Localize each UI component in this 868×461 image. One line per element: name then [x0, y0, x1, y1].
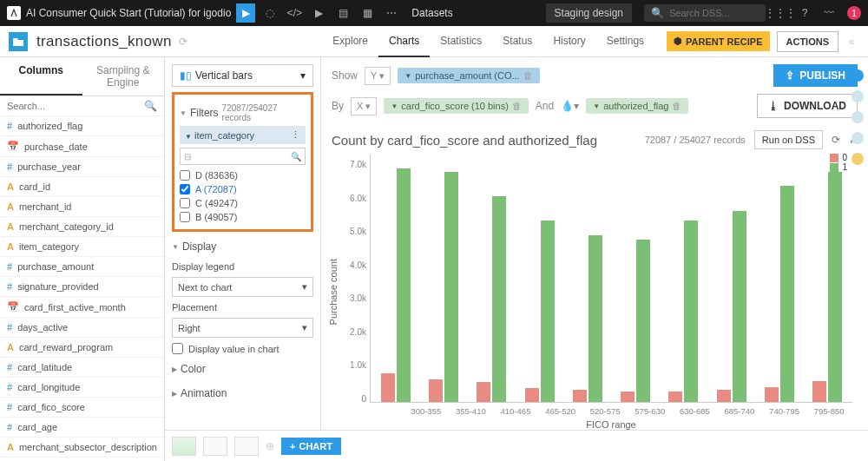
filter-option[interactable]: B (49057) — [180, 210, 306, 224]
filter-option[interactable]: D (83636) — [180, 168, 306, 182]
chevron-down-icon: ▾ — [300, 69, 306, 82]
x-pill[interactable]: ▼card_fico_score (10 bins)🗑 — [384, 98, 528, 114]
chart-thumb-1[interactable] — [172, 437, 196, 456]
bar-group — [710, 160, 753, 402]
stack-icon[interactable]: ▤ — [333, 3, 352, 23]
column-days_active[interactable]: # days_active — [0, 318, 164, 338]
more-icon[interactable]: ⋯ — [382, 3, 401, 23]
x-axis-slot[interactable]: X ▾ — [351, 97, 377, 115]
parent-recipe-button[interactable]: ⬢ PARENT RECIPE — [667, 31, 769, 51]
global-search[interactable]: 🔍 — [644, 4, 766, 22]
collapse-icon[interactable]: ▼ — [180, 109, 187, 117]
column-purchase_year[interactable]: # purchase_year — [0, 157, 164, 177]
run-on-dss[interactable]: Run on DSS — [754, 130, 823, 149]
chart-thumb-3[interactable] — [234, 437, 259, 456]
search-icon: 🔍 — [651, 7, 664, 19]
column-purchase_date[interactable]: 📅 purchase_date — [0, 136, 164, 157]
column-card_longitude[interactable]: # card_longitude — [0, 378, 164, 398]
code-icon[interactable]: </> — [285, 3, 304, 23]
add-thumb-icon[interactable]: ⊕ — [266, 440, 274, 452]
collapse-right-icon[interactable]: « — [844, 36, 859, 48]
droplet-icon[interactable]: 💧▾ — [561, 100, 579, 112]
y-axis-label: Purchase count — [328, 259, 339, 325]
notification-badge[interactable]: 1 — [847, 6, 861, 20]
bar-group — [422, 160, 464, 402]
y-pill[interactable]: ▼purchase_amount (CO...🗑 — [398, 68, 539, 83]
nav-datasets[interactable]: Datasets — [411, 7, 452, 19]
tab-sampling[interactable]: Sampling & Engine — [82, 57, 165, 95]
bar-group — [518, 160, 561, 402]
column-card_fico_score[interactable]: # card_fico_score — [0, 398, 164, 418]
logo-icon — [7, 6, 21, 20]
tab-charts[interactable]: Charts — [378, 26, 430, 57]
column-card_age[interactable]: # card_age — [0, 418, 164, 438]
play-icon[interactable]: ▶ — [309, 3, 328, 23]
column-item_category[interactable]: A item_category — [0, 237, 164, 257]
recipe-icon: ⬢ — [674, 36, 682, 47]
rail-history-icon[interactable] — [852, 132, 864, 144]
refresh-icon[interactable]: ⟳ — [832, 134, 840, 146]
column-authorized_flag[interactable]: # authorized_flag — [0, 116, 164, 136]
download-button[interactable]: ⭳DOWNLOAD — [757, 94, 858, 118]
column-card_first_active_month[interactable]: 📅 card_first_active_month — [0, 297, 164, 318]
placement-select[interactable]: Right▾ — [172, 318, 313, 338]
rail-chat-icon[interactable] — [852, 111, 864, 123]
tab-history[interactable]: History — [542, 26, 595, 57]
column-merchant_subsector_description[interactable]: A merchant_subsector_description — [0, 438, 164, 458]
column-card_id[interactable]: A card_id — [0, 177, 164, 197]
help-icon[interactable]: ? — [795, 3, 814, 23]
column-card_reward_program[interactable]: A card_reward_program — [0, 338, 164, 358]
chart-area: Show Y ▾ ▼purchase_amount (CO...🗑 ⇪PUBLI… — [321, 57, 868, 461]
columns-panel: Columns Sampling & Engine 🔍 # authorized… — [0, 57, 165, 461]
column-merchant_category_id[interactable]: A merchant_category_id — [0, 217, 164, 237]
tab-statistics[interactable]: Statistics — [430, 26, 492, 57]
y-axis-slot[interactable]: Y ▾ — [365, 67, 391, 85]
publish-button[interactable]: ⇪PUBLISH — [773, 64, 858, 87]
x-axis-label: FICO range — [370, 416, 852, 430]
staging-design[interactable]: Staging design — [546, 3, 632, 23]
dataset-tabs: Explore Charts Statistics Status History… — [322, 26, 859, 57]
tab-settings[interactable]: Settings — [596, 26, 654, 57]
circle-icon[interactable]: ◌ — [260, 3, 279, 23]
filter-option[interactable]: A (72087) — [180, 182, 306, 196]
tab-columns[interactable]: Columns — [0, 57, 82, 95]
actions-button[interactable]: ACTIONS — [777, 31, 839, 52]
filter-search[interactable]: ⊟ 🔍 — [180, 148, 306, 165]
remove-icon[interactable]: 🗑 — [672, 101, 681, 111]
column-card_latitude[interactable]: # card_latitude — [0, 358, 164, 378]
column-signature_provided[interactable]: # signature_provided — [0, 277, 164, 297]
color-pill[interactable]: ▼authorized_flag🗑 — [586, 98, 688, 114]
activity-icon[interactable]: 〰 — [819, 3, 838, 23]
display-value-checkbox[interactable]: Display value in chart — [172, 343, 313, 354]
grid-icon[interactable]: ▦ — [358, 3, 377, 23]
record-count: 72087 / 254027 records — [645, 135, 746, 145]
legend-select[interactable]: Next to chart▾ — [172, 277, 313, 297]
chart-thumb-2[interactable] — [203, 437, 227, 456]
color-section[interactable]: Color — [181, 363, 206, 375]
kebab-icon[interactable]: ⋮ — [291, 129, 300, 141]
filter-item-category[interactable]: ▼ item_category ⋮ — [180, 126, 306, 144]
rail-warning-icon[interactable] — [852, 153, 864, 165]
tab-status[interactable]: Status — [492, 26, 542, 57]
filter-option[interactable]: C (49247) — [180, 196, 306, 210]
rail-info-icon[interactable] — [852, 90, 864, 102]
y-axis-ticks: 7.0k6.0k5.0k4.0k3.0k2.0k1.0k0 — [340, 155, 370, 430]
search-input[interactable] — [669, 8, 756, 18]
chart-type-select[interactable]: ▮▯ Vertical bars ▾ — [172, 64, 313, 87]
apps-icon[interactable]: ⋮⋮⋮ — [771, 3, 790, 23]
tab-explore[interactable]: Explore — [322, 26, 378, 57]
refresh-icon[interactable]: ⟳ — [179, 36, 187, 48]
new-chart-button[interactable]: +CHART — [281, 438, 341, 455]
project-title[interactable]: AI Consumer Quick Start (Tutorial) for i… — [26, 7, 231, 19]
remove-icon[interactable]: 🗑 — [512, 101, 522, 111]
columns-search-input[interactable] — [7, 101, 144, 111]
column-purchase_amount[interactable]: # purchase_amount — [0, 257, 164, 277]
dataset-name[interactable]: transactions_known — [36, 33, 172, 50]
display-section[interactable]: Display — [182, 240, 216, 253]
rail-add-icon[interactable] — [852, 69, 864, 82]
flow-icon[interactable]: ▶ — [236, 3, 255, 23]
dataset-icon — [9, 32, 28, 51]
animation-section[interactable]: Animation — [181, 387, 227, 399]
remove-icon[interactable]: 🗑 — [523, 70, 533, 81]
column-merchant_id[interactable]: A merchant_id — [0, 197, 164, 217]
